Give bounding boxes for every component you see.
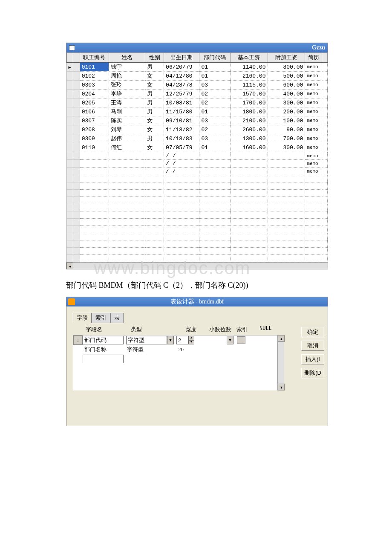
cell-memo[interactable] <box>305 182 322 190</box>
table-row[interactable]: / /memo <box>67 152 328 160</box>
field-type-combo[interactable]: ▼ <box>126 336 174 344</box>
tab-indexes[interactable]: 索引 <box>92 313 110 323</box>
table-row[interactable]: 0106马刚男11/15/80011800.00200.00memo <box>67 107 328 116</box>
row-selector[interactable] <box>67 81 73 90</box>
cell-dob[interactable] <box>164 226 199 233</box>
cell-extra[interactable]: 500.00 <box>268 72 305 81</box>
cell-extra[interactable]: 100.00 <box>268 116 305 125</box>
cell-dob[interactable] <box>164 197 199 204</box>
cell-dept[interactable]: 01 <box>199 107 230 116</box>
col-header[interactable]: 职工编号 <box>80 53 109 63</box>
chevron-down-icon[interactable]: ▼ <box>167 336 174 344</box>
row-selector[interactable] <box>67 116 73 125</box>
cell-id[interactable] <box>80 190 109 197</box>
cell-extra[interactable]: 400.00 <box>268 90 305 98</box>
row-selector[interactable] <box>67 182 73 190</box>
row-selector[interactable] <box>67 248 73 255</box>
row-selector[interactable] <box>67 72 73 81</box>
delete-mark[interactable] <box>73 168 80 175</box>
cell-memo[interactable]: memo <box>305 168 322 175</box>
row-selector[interactable] <box>67 211 73 219</box>
cell-base[interactable] <box>230 219 268 226</box>
delete-mark[interactable] <box>73 204 80 211</box>
cell-id[interactable]: 0205 <box>80 98 109 107</box>
cell-name[interactable] <box>109 204 145 211</box>
chevron-down-icon[interactable]: ▼ <box>227 336 233 344</box>
cell-memo[interactable]: memo <box>305 72 322 81</box>
delete-mark[interactable] <box>73 233 80 240</box>
cell-memo[interactable]: memo <box>305 134 322 143</box>
cell-name[interactable]: 张玲 <box>109 81 145 90</box>
table-row[interactable]: 0204李静男12/25/79021570.00400.00memo <box>67 90 328 98</box>
cell-dob[interactable]: / / <box>164 160 199 168</box>
row-selector[interactable] <box>67 226 73 233</box>
cell-name[interactable] <box>109 168 145 175</box>
row-selector[interactable] <box>67 134 73 143</box>
cell-base[interactable]: 2100.00 <box>230 116 268 125</box>
cell-id[interactable]: 0307 <box>80 116 109 125</box>
cell-base[interactable] <box>230 211 268 219</box>
cell-dept[interactable] <box>199 152 230 160</box>
field-name-cell[interactable]: 部门名称 <box>83 346 125 353</box>
cell-base[interactable] <box>230 248 268 255</box>
cell-extra[interactable] <box>268 248 305 255</box>
delete-mark[interactable] <box>73 63 80 72</box>
cell-dob[interactable]: / / <box>164 152 199 160</box>
cell-dob[interactable] <box>164 240 199 248</box>
cell-sex[interactable] <box>145 160 164 168</box>
cell-name[interactable] <box>109 152 145 160</box>
cell-name[interactable]: 钱宇 <box>109 63 145 72</box>
ok-button[interactable]: 确定 <box>301 327 324 337</box>
col-header[interactable]: 附加工资 <box>268 53 305 63</box>
cell-memo[interactable] <box>305 248 322 255</box>
cell-dept[interactable]: 01 <box>199 63 230 72</box>
cell-dept[interactable]: 03 <box>199 116 230 125</box>
table-row[interactable]: 0208刘琴女11/18/82022600.0090.00memo <box>67 125 328 134</box>
delete-mark[interactable] <box>73 211 80 219</box>
cell-id[interactable] <box>80 248 109 255</box>
col-header[interactable]: 基本工资 <box>230 53 268 63</box>
cell-id[interactable] <box>80 255 109 262</box>
cell-memo[interactable] <box>305 175 322 182</box>
table-row[interactable]: 0307陈实女09/10/81032100.00100.00memo <box>67 116 328 125</box>
table-row[interactable] <box>67 233 328 240</box>
cell-dob[interactable] <box>164 255 199 262</box>
cell-id[interactable] <box>80 219 109 226</box>
cell-extra[interactable] <box>268 190 305 197</box>
delete-mark[interactable] <box>73 125 80 134</box>
col-header[interactable]: 部门代码 <box>199 53 230 63</box>
cell-dept[interactable]: 01 <box>199 72 230 81</box>
cell-memo[interactable]: memo <box>305 116 322 125</box>
spinner-up-icon[interactable]: ▲ <box>188 336 194 340</box>
cell-dept[interactable] <box>199 255 230 262</box>
table-row[interactable] <box>67 197 328 204</box>
cell-dept[interactable]: 02 <box>199 125 230 134</box>
cell-memo[interactable]: memo <box>305 143 322 152</box>
cell-extra[interactable]: 90.00 <box>268 125 305 134</box>
cell-name[interactable] <box>109 248 145 255</box>
cell-memo[interactable]: memo <box>305 107 322 116</box>
table-row[interactable] <box>67 240 328 248</box>
cell-memo[interactable]: memo <box>305 90 322 98</box>
grid-titlebar[interactable]: Gzzu <box>66 43 328 52</box>
vertical-scrollbar[interactable]: ▴ ▾ <box>277 335 284 390</box>
cell-dob[interactable]: 12/25/79 <box>164 90 199 98</box>
cell-sex[interactable] <box>145 211 164 219</box>
row-selector[interactable] <box>67 233 73 240</box>
delete-mark[interactable] <box>73 81 80 90</box>
cell-name[interactable] <box>109 226 145 233</box>
cell-extra[interactable] <box>268 240 305 248</box>
cell-base[interactable] <box>230 168 268 175</box>
cell-name[interactable] <box>109 240 145 248</box>
insert-button[interactable]: 插入(I <box>301 354 324 364</box>
row-selector[interactable] <box>67 197 73 204</box>
cell-extra[interactable]: 700.00 <box>268 134 305 143</box>
cell-dept[interactable]: 02 <box>199 98 230 107</box>
cell-id[interactable]: 0110 <box>80 143 109 152</box>
cell-base[interactable] <box>230 175 268 182</box>
cell-sex[interactable]: 女 <box>145 125 164 134</box>
cell-sex[interactable] <box>145 219 164 226</box>
cell-name[interactable] <box>109 175 145 182</box>
tab-table[interactable]: 表 <box>110 313 124 323</box>
cell-base[interactable]: 1140.00 <box>230 63 268 72</box>
